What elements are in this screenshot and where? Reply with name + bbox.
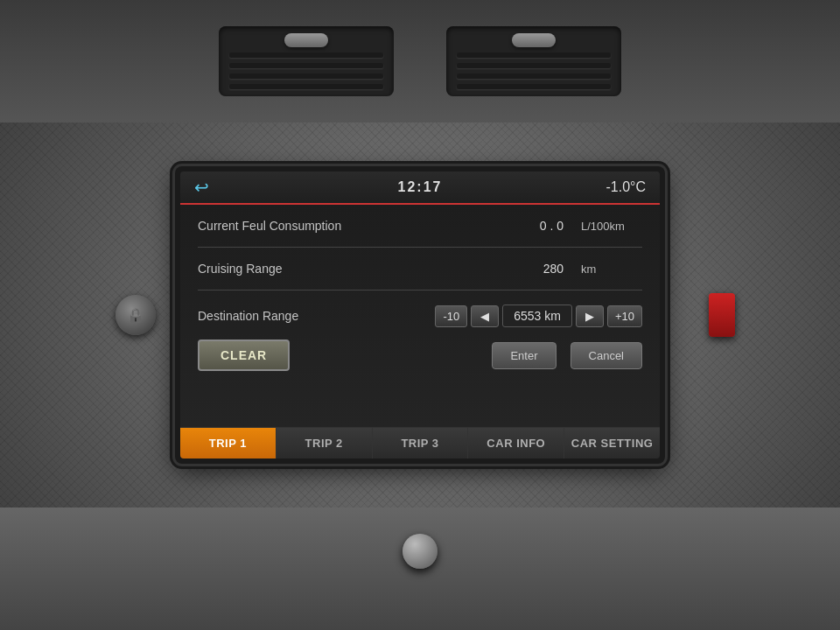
back-button[interactable]: ↩ <box>194 177 209 198</box>
cruising-range-row: Cruising Range 280 km <box>198 258 642 279</box>
vent-slot <box>229 74 383 79</box>
right-vent <box>446 26 621 96</box>
cruising-range-unit: km <box>581 262 642 276</box>
clear-button[interactable]: CLEAR <box>198 340 290 371</box>
destination-range-label: Destination Range <box>198 309 373 323</box>
left-arrow-button[interactable]: ◀ <box>471 305 499 327</box>
tab-car-setting[interactable]: CAR SETTING <box>564 428 660 458</box>
time-display: 12:17 <box>398 179 443 195</box>
vent-slot <box>457 63 611 68</box>
dashboard: ↩ 12:17 -1.0°C Current Feul Consumption … <box>0 0 840 630</box>
header-bar: ↩ 12:17 -1.0°C <box>180 172 660 205</box>
destination-value: 6553 km <box>502 304 572 327</box>
fuel-consumption-unit: L/100km <box>581 220 642 233</box>
tab-car-info[interactable]: CAR INFO <box>468 428 564 458</box>
tab-trip2[interactable]: TRIP 2 <box>276 428 373 458</box>
cruising-range-label: Cruising Range <box>198 262 373 276</box>
action-buttons-row: CLEAR Enter Cancel <box>198 340 642 371</box>
bottom-area <box>0 508 840 630</box>
fuel-consumption-value: 0 . 0 <box>540 219 564 233</box>
tab-bar: TRIP 1 TRIP 2 TRIP 3 CAR INFO CAR SETTIN… <box>180 427 660 458</box>
content-area: Current Feul Consumption 0 . 0 L/100km C… <box>180 205 660 427</box>
right-arrow-button[interactable]: ▶ <box>576 305 604 327</box>
lock-knob[interactable] <box>116 295 156 335</box>
separator-1 <box>198 247 642 248</box>
screen-bezel: ↩ 12:17 -1.0°C Current Feul Consumption … <box>175 166 665 464</box>
plus-ten-button[interactable]: +10 <box>607 305 642 327</box>
tab-trip3[interactable]: TRIP 3 <box>373 428 469 458</box>
vent-slot <box>457 74 611 79</box>
header-content: ↩ 12:17 -1.0°C <box>194 177 646 198</box>
vent-area <box>0 0 840 122</box>
cancel-button[interactable]: Cancel <box>570 342 642 369</box>
vent-slot <box>457 84 611 89</box>
tab-trip1[interactable]: TRIP 1 <box>180 428 276 458</box>
cruising-range-value: 280 <box>543 262 564 276</box>
screen: ↩ 12:17 -1.0°C Current Feul Consumption … <box>180 172 660 458</box>
left-vent <box>219 26 394 96</box>
fuel-consumption-label: Current Feul Consumption <box>198 219 373 233</box>
destination-range-row: Destination Range -10 ◀ 6553 km ▶ +10 <box>198 304 642 327</box>
red-button[interactable] <box>709 293 735 337</box>
enter-button[interactable]: Enter <box>492 342 556 369</box>
dial-knob[interactable] <box>402 534 438 569</box>
temperature-display: -1.0°C <box>606 179 646 195</box>
minus-ten-button[interactable]: -10 <box>435 305 467 327</box>
vent-slot <box>229 63 383 68</box>
fuel-consumption-row: Current Feul Consumption 0 . 0 L/100km <box>198 215 642 236</box>
separator-2 <box>198 290 642 290</box>
vent-slot <box>229 84 383 89</box>
vent-handle-right <box>512 33 556 47</box>
vent-handle-left <box>284 33 328 47</box>
vent-slot <box>229 52 383 58</box>
destination-controls: -10 ◀ 6553 km ▶ +10 <box>435 304 642 327</box>
vent-slot <box>457 52 611 58</box>
